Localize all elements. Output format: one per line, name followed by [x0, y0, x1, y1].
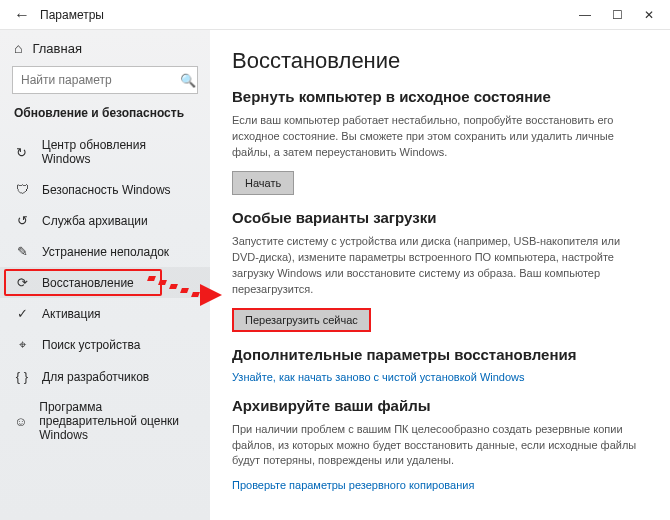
- minimize-button[interactable]: —: [578, 8, 592, 22]
- nav-list: ↻ Центр обновления Windows 🛡 Безопасност…: [0, 130, 210, 450]
- sidebar-item-security[interactable]: 🛡 Безопасность Windows: [0, 174, 210, 205]
- section-desc-backup: При наличии проблем с вашим ПК целесообр…: [232, 422, 648, 470]
- back-button[interactable]: ←: [8, 6, 36, 24]
- page-title: Восстановление: [232, 48, 648, 74]
- section-desc-advanced-startup: Запустите систему с устройства или диска…: [232, 234, 648, 298]
- home-link[interactable]: ⌂ Главная: [0, 30, 210, 64]
- close-button[interactable]: ✕: [642, 8, 656, 22]
- search-icon: 🔍: [179, 73, 197, 88]
- sidebar-item-insider[interactable]: ☺ Программа предварительной оценки Windo…: [0, 392, 210, 450]
- sidebar-item-troubleshoot[interactable]: ✎ Устранение неполадок: [0, 236, 210, 267]
- troubleshoot-icon: ✎: [14, 244, 30, 259]
- update-icon: ↻: [14, 145, 30, 160]
- sidebar-item-label: Центр обновления Windows: [42, 138, 196, 166]
- maximize-button[interactable]: ☐: [610, 8, 624, 22]
- sidebar-item-update[interactable]: ↻ Центр обновления Windows: [0, 130, 210, 174]
- sidebar: ⌂ Главная 🔍 Обновление и безопасность ↻ …: [0, 30, 210, 520]
- titlebar: ← Параметры — ☐ ✕: [0, 0, 670, 30]
- sidebar-item-activation[interactable]: ✓ Активация: [0, 298, 210, 329]
- developers-icon: { }: [14, 369, 30, 384]
- section-heading-reset: Вернуть компьютер в исходное состояние: [232, 88, 648, 105]
- insider-icon: ☺: [14, 414, 27, 429]
- recovery-icon: ⟳: [14, 275, 30, 290]
- sidebar-item-recovery[interactable]: ⟳ Восстановление: [0, 267, 210, 298]
- fresh-start-link[interactable]: Узнайте, как начать заново с чистой уста…: [232, 371, 648, 383]
- sidebar-item-backup[interactable]: ↺ Служба архивации: [0, 205, 210, 236]
- section-heading-more-recovery: Дополнительные параметры восстановления: [232, 346, 648, 363]
- restart-now-button[interactable]: Перезагрузить сейчас: [232, 308, 371, 332]
- section-desc-reset: Если ваш компьютер работает нестабильно,…: [232, 113, 648, 161]
- sidebar-item-label: Программа предварительной оценки Windows: [39, 400, 196, 442]
- sidebar-item-label: Безопасность Windows: [42, 183, 171, 197]
- backup-settings-link[interactable]: Проверьте параметры резервного копирован…: [232, 479, 648, 491]
- search-box[interactable]: 🔍: [12, 66, 198, 94]
- sidebar-item-developers[interactable]: { } Для разработчиков: [0, 361, 210, 392]
- sidebar-item-label: Поиск устройства: [42, 338, 140, 352]
- activation-icon: ✓: [14, 306, 30, 321]
- window-title: Параметры: [36, 8, 578, 22]
- section-heading-backup: Архивируйте ваши файлы: [232, 397, 648, 414]
- home-icon: ⌂: [14, 40, 22, 56]
- main-content: Восстановление Вернуть компьютер в исход…: [210, 30, 670, 520]
- sidebar-item-label: Восстановление: [42, 276, 134, 290]
- shield-icon: 🛡: [14, 182, 30, 197]
- section-heading-advanced-startup: Особые варианты загрузки: [232, 209, 648, 226]
- sidebar-item-find-device[interactable]: ⌖ Поиск устройства: [0, 329, 210, 361]
- sidebar-item-label: Служба архивации: [42, 214, 148, 228]
- layout: ⌂ Главная 🔍 Обновление и безопасность ↻ …: [0, 30, 670, 520]
- search-input[interactable]: [13, 73, 179, 87]
- home-label: Главная: [32, 41, 81, 56]
- reset-button[interactable]: Начать: [232, 171, 294, 195]
- backup-icon: ↺: [14, 213, 30, 228]
- find-device-icon: ⌖: [14, 337, 30, 353]
- sidebar-item-label: Для разработчиков: [42, 370, 149, 384]
- sidebar-item-label: Устранение неполадок: [42, 245, 169, 259]
- sidebar-item-label: Активация: [42, 307, 101, 321]
- category-heading: Обновление и безопасность: [0, 104, 210, 130]
